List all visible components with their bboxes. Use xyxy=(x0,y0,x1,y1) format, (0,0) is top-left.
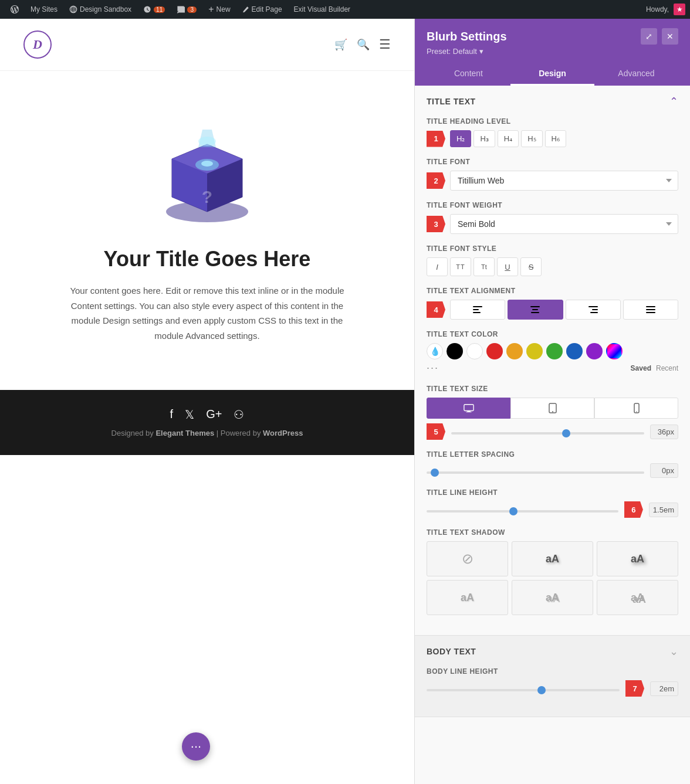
recent-tab[interactable]: Recent xyxy=(656,364,678,372)
font-weight-select[interactable]: Semi Bold xyxy=(450,214,678,234)
heading-level-row: Title Heading Level 1 H₂ H₃ H₄ H₅ H₆ xyxy=(427,117,678,147)
panel-close-icon[interactable]: ✕ xyxy=(662,28,678,45)
tablet-button[interactable] xyxy=(510,398,594,419)
orange-swatch[interactable] xyxy=(506,343,523,359)
tab-content[interactable]: Content xyxy=(427,63,510,86)
h4-button[interactable]: H₄ xyxy=(498,130,519,147)
italic-button[interactable]: I xyxy=(427,257,448,276)
body-text-section-header[interactable]: Body Text ⌄ xyxy=(415,636,690,667)
step-badge-1: 1 xyxy=(427,131,445,147)
topix-icon: ★ xyxy=(674,4,685,15)
search-icon[interactable]: 🔍 xyxy=(357,38,370,51)
gradient-swatch[interactable] xyxy=(606,343,623,359)
shadow-grid: ⊘ aA aA aA aA xyxy=(427,541,678,615)
letter-spacing-slider[interactable] xyxy=(427,471,644,474)
admin-bar-exitbuilder[interactable]: Exit Visual Builder xyxy=(288,0,357,19)
font-select[interactable]: Titillium Web xyxy=(450,171,678,191)
line-height-slider[interactable] xyxy=(427,510,618,513)
alignment-row: Title Text Alignment 4 xyxy=(427,287,678,320)
facebook-icon[interactable]: f xyxy=(170,408,174,422)
size-slider[interactable] xyxy=(451,432,644,435)
align-justify-button[interactable] xyxy=(623,300,678,320)
tab-design[interactable]: Design xyxy=(510,63,594,86)
desktop-button[interactable] xyxy=(427,398,510,419)
line-height-value: 1.5em xyxy=(649,503,678,517)
panel-header-icons: ⤢ ✕ xyxy=(641,28,678,45)
svg-rect-15 xyxy=(473,312,481,313)
twitter-icon[interactable]: 𝕏 xyxy=(185,408,194,422)
align-buttons xyxy=(450,300,678,320)
green-swatch[interactable] xyxy=(546,343,563,359)
font-label: Title Font xyxy=(427,158,678,166)
site-logo: D xyxy=(23,30,52,59)
site-footer: f 𝕏 G+ ⚇ Designed by Elegant Themes | Po… xyxy=(0,390,414,455)
fab-button[interactable]: ··· xyxy=(182,732,210,761)
step-badge-4: 4 xyxy=(427,301,445,318)
black-swatch[interactable] xyxy=(447,343,463,359)
admin-bar-wp[interactable] xyxy=(5,0,25,19)
footer-credit: Designed by Elegant Themes | Powered by … xyxy=(111,429,303,437)
cart-icon[interactable]: 🛒 xyxy=(334,38,347,51)
title-text-section-header[interactable]: Title Text ⌃ xyxy=(415,86,690,117)
rss-icon[interactable]: ⚇ xyxy=(234,408,244,422)
color-dots-button[interactable]: ··· xyxy=(427,362,439,374)
capitalize-button[interactable]: Tt xyxy=(473,257,495,276)
font-control: 2 Titillium Web xyxy=(427,171,678,191)
svg-rect-19 xyxy=(588,306,598,307)
align-left-button[interactable] xyxy=(450,300,505,320)
align-right-button[interactable] xyxy=(566,300,621,320)
step-badge-2: 2 xyxy=(427,172,445,189)
underline-button[interactable]: U xyxy=(497,257,518,276)
admin-bar-sandbox[interactable]: Design Sandbox xyxy=(63,0,137,19)
shadow-light3[interactable]: aA xyxy=(597,580,678,615)
uppercase-button[interactable]: TT xyxy=(450,257,471,276)
admin-bar-comments[interactable]: 3 xyxy=(171,0,202,19)
white-swatch[interactable] xyxy=(466,343,483,359)
shadow-none[interactable]: ⊘ xyxy=(427,541,508,576)
red-swatch[interactable] xyxy=(486,343,503,359)
purple-swatch[interactable] xyxy=(586,343,603,359)
panel-body: Title Text ⌃ Title Heading Level 1 H₂ xyxy=(415,86,690,717)
shadow-light1[interactable]: aA xyxy=(427,580,508,615)
body-line-height-slider[interactable] xyxy=(427,689,620,691)
shadow-soft-preview: aA xyxy=(546,553,559,565)
panel-preset[interactable]: Preset: Default ▾ xyxy=(427,47,678,56)
body-text-label: Body Text xyxy=(427,647,476,656)
shadow-light2[interactable]: aA xyxy=(512,580,593,615)
align-center-button[interactable] xyxy=(508,300,563,320)
h2-button[interactable]: H₂ xyxy=(450,130,471,147)
font-style-buttons: I TT Tt U S xyxy=(427,257,678,276)
shadow-soft[interactable]: aA xyxy=(512,541,593,576)
blue-swatch[interactable] xyxy=(566,343,583,359)
letter-spacing-label: Title Letter Spacing xyxy=(427,450,678,459)
alignment-label: Title Text Alignment xyxy=(427,287,678,295)
shadow-label: Title Text Shadow xyxy=(427,528,678,537)
mobile-button[interactable] xyxy=(594,398,678,419)
body-line-height-slider-container xyxy=(427,683,620,694)
googleplus-icon[interactable]: G+ xyxy=(206,408,222,422)
panel-tabs: Content Design Advanced xyxy=(427,63,678,86)
strikethrough-button[interactable]: S xyxy=(520,257,542,276)
body-text-toggle[interactable]: ⌄ xyxy=(669,645,678,658)
h3-button[interactable]: H₃ xyxy=(473,130,495,147)
size-row: Title Text Size xyxy=(427,385,678,440)
step-badge-6: 6 xyxy=(624,501,643,518)
yellow-swatch[interactable] xyxy=(526,343,543,359)
h6-button[interactable]: H₆ xyxy=(545,130,566,147)
saved-tab[interactable]: Saved xyxy=(631,364,651,372)
admin-bar-updates[interactable]: 11 xyxy=(137,0,171,19)
admin-bar-mysites[interactable]: My Sites xyxy=(25,0,63,19)
title-text-toggle[interactable]: ⌃ xyxy=(669,95,678,108)
tab-advanced[interactable]: Advanced xyxy=(594,63,678,86)
letter-spacing-slider-row: 0px xyxy=(427,463,678,478)
admin-bar-new[interactable]: + New xyxy=(202,0,236,19)
font-weight-label: Title Font Weight xyxy=(427,201,678,209)
menu-icon[interactable]: ☰ xyxy=(379,37,391,52)
h5-button[interactable]: H₅ xyxy=(521,130,542,147)
shadow-hard[interactable]: aA xyxy=(597,541,678,576)
eyedropper-swatch[interactable]: 💧 xyxy=(427,343,443,359)
body-line-height-slider-row: 7 2em xyxy=(427,680,678,697)
admin-bar-editpage[interactable]: Edit Page xyxy=(236,0,288,19)
color-swatches: 💧 xyxy=(427,343,678,359)
panel-fullscreen-icon[interactable]: ⤢ xyxy=(641,28,657,45)
